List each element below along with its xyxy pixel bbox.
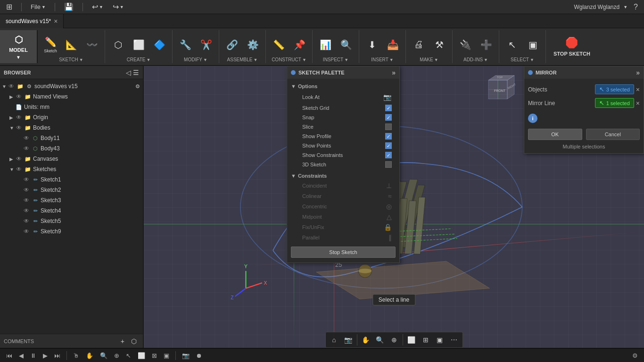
addins-icon-btn-2[interactable]: ➕ bbox=[476, 33, 496, 56]
tree-sketches[interactable]: ▼ 👁 📁 Sketches bbox=[0, 164, 143, 174]
sp-parallel-row[interactable]: Parallel ∥ bbox=[291, 232, 396, 243]
ribbon-sketch-label[interactable]: SKETCH ▼ bbox=[59, 57, 83, 63]
inspect-icon-btn-2[interactable]: 🔍 bbox=[336, 33, 356, 56]
sp-slice-checkbox[interactable] bbox=[385, 123, 392, 130]
sp-snap-row[interactable]: Snap ✓ bbox=[291, 113, 396, 122]
vp-more-button[interactable]: ⋯ bbox=[447, 333, 461, 346]
sb-settings-button[interactable]: ⚙ bbox=[630, 351, 640, 360]
sb-prev-button[interactable]: ◀ bbox=[17, 351, 26, 360]
ribbon-create-label[interactable]: CREATE ▼ bbox=[127, 57, 151, 63]
modify-icon-btn-1[interactable]: 🔧 bbox=[175, 33, 195, 56]
make-icon-btn-1[interactable]: 🖨 bbox=[409, 33, 429, 56]
construct-icon-btn-1[interactable]: 📏 bbox=[269, 33, 289, 56]
assemble-icon-btn-1[interactable]: 🔗 bbox=[222, 33, 242, 56]
sp-show-profile-checkbox[interactable]: ✓ bbox=[385, 133, 392, 140]
vp-fit-button[interactable]: ⊕ bbox=[388, 333, 401, 346]
sb-camera-button[interactable]: 📷 bbox=[180, 351, 192, 360]
inspect-icon-btn-1[interactable]: 📊 bbox=[315, 33, 335, 56]
active-tab[interactable]: soundWaves v15* × bbox=[0, 14, 64, 28]
sp-show-points-row[interactable]: Show Points ✓ bbox=[291, 141, 396, 150]
ribbon-construct-label[interactable]: CONSTRUCT ▼ bbox=[272, 57, 306, 63]
create-icon-btn-1[interactable]: ⬡ bbox=[108, 33, 128, 56]
sp-fix-unfix-row[interactable]: Fix/UnFix 🔒 bbox=[291, 222, 396, 232]
assemble-icon-btn-2[interactable]: ⚙️ bbox=[243, 33, 263, 56]
select-icon-btn-2[interactable]: ▣ bbox=[523, 33, 543, 56]
ribbon-addins-label[interactable]: ADD-INS ▼ bbox=[463, 57, 488, 63]
sb-checkbox-button[interactable]: ▣ bbox=[161, 351, 172, 360]
stop-sketch-button[interactable]: 🛑 STOP SKETCH bbox=[546, 30, 598, 63]
sb-zoom-button[interactable]: 🔍 bbox=[98, 351, 110, 360]
create-icon-btn-3[interactable]: 🔷 bbox=[149, 33, 169, 56]
ribbon-assemble-label[interactable]: ASSEMBLE ▼ bbox=[227, 57, 258, 63]
construct-icon-btn-2[interactable]: 📌 bbox=[289, 33, 309, 56]
tree-sketch1[interactable]: 👁 ✏ Sketch1 bbox=[0, 174, 143, 185]
sp-look-at-row[interactable]: Look At 📷 bbox=[291, 91, 396, 103]
tree-body11[interactable]: 👁 ⬡ Body11 bbox=[0, 133, 143, 143]
sp-concentric-row[interactable]: Concentric ◎ bbox=[291, 201, 396, 212]
mp-mirror-line-clear-button[interactable]: × bbox=[636, 99, 640, 107]
tree-body43[interactable]: 👁 ⬡ Body43 bbox=[0, 143, 143, 154]
sketch-icon-btn-3[interactable]: 〰️ bbox=[82, 33, 102, 56]
help-button[interactable]: ? bbox=[631, 2, 640, 12]
sp-expand-icon[interactable]: » bbox=[392, 69, 396, 76]
file-menu-button[interactable]: File ▼ bbox=[28, 2, 48, 11]
sb-last-button[interactable]: ⏭ bbox=[52, 351, 63, 360]
make-icon-btn-2[interactable]: ⚒ bbox=[429, 33, 449, 56]
sp-look-at-button[interactable]: 📷 bbox=[382, 92, 392, 102]
sb-box-button[interactable]: ⬜ bbox=[135, 351, 148, 360]
sb-next-button[interactable]: ▶ bbox=[41, 351, 50, 360]
sp-show-profile-row[interactable]: Show Profile ✓ bbox=[291, 132, 396, 141]
tree-canvases[interactable]: ▶ 👁 📁 Canvases bbox=[0, 154, 143, 164]
create-icon-btn-2[interactable]: ⬜ bbox=[129, 33, 149, 56]
addins-icon-btn-1[interactable]: 🔌 bbox=[455, 33, 475, 56]
sp-show-constraints-checkbox[interactable]: ✓ bbox=[385, 152, 392, 158]
vp-display-button[interactable]: ⬜ bbox=[405, 333, 418, 346]
tree-origin[interactable]: ▶ 👁 📁 Origin bbox=[0, 112, 143, 123]
sb-hand-button[interactable]: ✋ bbox=[83, 351, 96, 360]
app-grid-button[interactable]: ⊞ bbox=[4, 1, 15, 12]
sp-coincident-row[interactable]: Coincident ⊥ bbox=[291, 181, 396, 191]
sketch-icon-btn-2[interactable]: 📐 bbox=[61, 33, 81, 56]
tab-close-icon[interactable]: × bbox=[54, 17, 58, 25]
undo-button[interactable]: ↩ ▼ bbox=[90, 1, 106, 12]
tree-sketch9[interactable]: 👁 ✏ Sketch9 bbox=[0, 226, 143, 237]
tree-sketch5[interactable]: 👁 ✏ Sketch5 bbox=[0, 216, 143, 226]
insert-icon-btn-2[interactable]: 📥 bbox=[383, 33, 403, 56]
sp-show-constraints-row[interactable]: Show Constraints ✓ bbox=[291, 150, 396, 160]
tree-root-item[interactable]: ▼ 👁 📁 ⚙ soundWaves v15 ⚙ bbox=[0, 81, 143, 91]
comments-expand-button[interactable]: ⬡ bbox=[129, 337, 139, 346]
sp-slice-row[interactable]: Slice bbox=[291, 122, 396, 132]
tree-bodies[interactable]: ▼ 👁 📁 Bodies bbox=[0, 123, 143, 133]
sb-cursor-button[interactable]: 🖱 bbox=[71, 351, 82, 360]
sp-sketch-grid-row[interactable]: Sketch Grid ✓ bbox=[291, 103, 396, 113]
view-cube[interactable]: FRONT RIGHT TOP bbox=[479, 71, 517, 108]
sidebar-collapse-button[interactable]: ◁ bbox=[126, 69, 131, 76]
sp-constraints-header[interactable]: ▼ Constraints bbox=[291, 171, 396, 181]
mp-cancel-button[interactable]: Cancel bbox=[586, 129, 640, 140]
sp-sketch-grid-checkbox[interactable]: ✓ bbox=[385, 105, 392, 111]
save-button[interactable]: 💾 bbox=[62, 1, 76, 12]
ribbon-modify-label[interactable]: MODIFY ▼ bbox=[184, 57, 207, 63]
select-icon-btn-1[interactable]: ↖ bbox=[502, 33, 522, 56]
ribbon-make-label[interactable]: MAKE ▼ bbox=[420, 57, 438, 63]
ribbon-select-label[interactable]: SELECT ▼ bbox=[511, 57, 534, 63]
sp-snap-checkbox[interactable]: ✓ bbox=[385, 114, 392, 121]
sp-colinear-row[interactable]: Colinear ≈ bbox=[291, 191, 396, 201]
sb-select-button[interactable]: ↖ bbox=[124, 351, 133, 360]
mp-expand-icon[interactable]: » bbox=[636, 69, 640, 76]
insert-icon-btn-1[interactable]: ⬇ bbox=[362, 33, 382, 56]
ribbon-inspect-label[interactable]: INSPECT ▼ bbox=[323, 57, 348, 63]
modify-icon-btn-2[interactable]: ✂️ bbox=[196, 33, 216, 56]
tree-named-views[interactable]: ▶ 👁 📁 Named Views bbox=[0, 91, 143, 102]
sp-midpoint-row[interactable]: Midpoint △ bbox=[291, 212, 396, 222]
sp-show-points-checkbox[interactable]: ✓ bbox=[385, 142, 392, 149]
sb-play-button[interactable]: ⏸ bbox=[28, 351, 39, 360]
comments-add-button[interactable]: + bbox=[118, 337, 127, 346]
vp-orbit-button[interactable]: ✋ bbox=[359, 333, 372, 346]
viewport[interactable]: 25 100 25 X Y Z Selec bbox=[144, 66, 644, 348]
sp-options-header[interactable]: ▼ Options bbox=[291, 82, 396, 91]
vp-zoom-button[interactable]: 🔍 bbox=[373, 333, 387, 346]
tree-sketch4[interactable]: 👁 ✏ Sketch4 bbox=[0, 206, 143, 216]
vp-camera-button[interactable]: 📷 bbox=[342, 333, 355, 346]
sb-zoom-fit-button[interactable]: ⊕ bbox=[112, 351, 122, 360]
